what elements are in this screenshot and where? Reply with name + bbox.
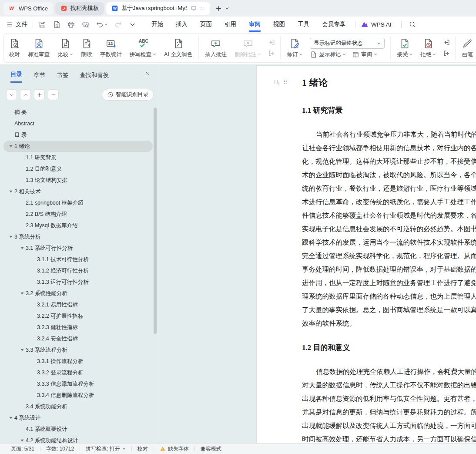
status-page-count[interactable]: 页面: 5/31 bbox=[5, 445, 40, 453]
ribbon-std-review-button[interactable]: 标准审查 bbox=[24, 38, 54, 58]
new-tab-button[interactable] bbox=[215, 5, 222, 12]
doc-text-line[interactable]: 了大量的事实依据。总之，图书商城管理系统是一款可以真正提升 bbox=[302, 303, 476, 316]
ribbon-compare-button[interactable]: 比较 bbox=[54, 38, 77, 58]
ribbon-reject-button[interactable]: 拒绝 bbox=[416, 38, 440, 58]
doc-text-line[interactable]: 术进行信息革命，改变传统的纸质化，需要人手工处理工作的方式 bbox=[302, 195, 476, 209]
doc-text-line[interactable]: 尤其是对信息的更新，归纳与统计更是耗财耗力的过程。所以信息 bbox=[302, 405, 476, 419]
toc-item[interactable]: 3.3.3 信息添加流程分析 bbox=[3, 378, 153, 390]
toc-item[interactable]: 目 录 bbox=[3, 129, 153, 141]
toc-item[interactable]: 1 绪论 bbox=[3, 141, 153, 152]
toc-item[interactable]: 3 系统分析 bbox=[3, 231, 153, 242]
doc-text-line[interactable]: 对大量的数据信息时，传统人工操作不仅不能对数据的出错率进行 bbox=[302, 378, 476, 392]
status-missing-font[interactable]: 缺失字体 bbox=[154, 445, 194, 453]
export-icon[interactable] bbox=[53, 20, 61, 29]
toc-item[interactable]: 4.1 系统概要设计 bbox=[3, 424, 153, 435]
toc-collapse-arrow-icon[interactable] bbox=[18, 291, 26, 296]
status-proofread[interactable]: 校对 bbox=[132, 445, 154, 453]
ribbon-brush-button[interactable]: 画笔 bbox=[458, 38, 476, 58]
toc-item[interactable]: 1.3 论文结构安排 bbox=[3, 175, 153, 186]
sidebar-tab-查找和替换[interactable]: 查找和替换 bbox=[80, 71, 109, 82]
doc-text-line[interactable]: 当前社会各行业领域竞争压力非常大，随着当前时代的信息 bbox=[302, 128, 476, 141]
doc-text-line[interactable]: 术的企业随时面临被淘汰，被取代的风险。所以当今，各个行业， bbox=[302, 168, 476, 182]
menu-tab-审阅[interactable]: 审阅 bbox=[249, 17, 261, 32]
toc-item[interactable]: 3.2.3 健壮性指标 bbox=[3, 322, 153, 333]
print-icon[interactable] bbox=[67, 20, 75, 29]
toc-item[interactable]: 3.2.2 可扩展性指标 bbox=[3, 310, 153, 322]
toc-collapse-arrow-icon[interactable] bbox=[7, 144, 14, 148]
toc-item[interactable]: 2.2 B/S 结构介绍 bbox=[3, 209, 153, 220]
tab-docer-templates[interactable]: 找稻壳模板 bbox=[55, 2, 104, 15]
doc-text-line[interactable]: 实现电子化是信息社会发展的不可逆转的必然趋势。本图书商城管 bbox=[302, 222, 476, 235]
doc-text-line[interactable]: 出现就能缓解以及改变传统人工方式面临的处境，一方面可以让信 bbox=[302, 419, 476, 432]
status-word-count[interactable]: 字数: 10712 bbox=[40, 445, 80, 453]
toc-collapse-arrow-icon[interactable] bbox=[18, 246, 26, 250]
doc-text-line[interactable]: 跟科学技术的发展，运用当今一流的软件技术实现软件系统的开发 bbox=[302, 235, 476, 249]
toolbar-more-icon[interactable] bbox=[128, 20, 137, 29]
wps-ai-button[interactable]: WPS AI bbox=[361, 20, 392, 28]
doc-heading-2[interactable]: 1.1 研究背景 bbox=[302, 105, 476, 116]
tab-list-chevron-icon[interactable] bbox=[225, 6, 229, 10]
doc-text-line[interactable]: 统的教育行业，餐饮行业，还是旅游行业，医疗行业等领域都借助 bbox=[302, 182, 476, 195]
toc-item[interactable]: 3.2 系统性能分析 bbox=[3, 288, 153, 299]
show-markup-button[interactable]: 显示标记 bbox=[310, 51, 346, 58]
menu-tab-工具[interactable]: 工具 bbox=[298, 17, 309, 32]
toc-collapse-arrow-icon[interactable] bbox=[7, 235, 14, 239]
doc-paragraph[interactable]: 信息数据的处理完全依赖人工进行操作，会耗费大量的人力资对大量的数据信息时，传统人… bbox=[302, 365, 476, 446]
sidebar-scrollbar-thumb[interactable] bbox=[154, 108, 157, 334]
toc-item[interactable]: 3.1.1 技术可行性分析 bbox=[3, 254, 153, 265]
collapse-level-button[interactable] bbox=[48, 89, 59, 100]
doc-text-line[interactable]: 事务处理的时间，降低数据处理的错误率，对于基础数据的管理水 bbox=[302, 262, 476, 276]
doc-text-line[interactable]: 进作用，也从一定程度上对随意的业务管理工作进行了避免。并且 bbox=[302, 276, 476, 289]
doc-text-line[interactable]: 信息数据的处理完全依赖人工进行操作，会耗费大量的人力资 bbox=[302, 365, 476, 378]
toc-item[interactable]: 3.2.1 易用性指标 bbox=[3, 299, 153, 310]
ribbon-revise-button[interactable]: 修订 bbox=[283, 38, 306, 58]
toc-item[interactable]: 3.3 系统流程分析 bbox=[3, 344, 153, 356]
ribbon-proofread-button[interactable]: 校对 bbox=[5, 38, 24, 58]
toc-item[interactable]: 4.2 系统功能结构设计 bbox=[3, 435, 153, 443]
menu-tab-会员专享[interactable]: 会员专享 bbox=[322, 17, 345, 32]
undo-icon[interactable] bbox=[96, 20, 108, 29]
status-compat-mode[interactable]: 兼容模式 bbox=[195, 445, 227, 453]
toc-item[interactable]: 1.1 研究背景 bbox=[3, 152, 153, 163]
tab-wps-office[interactable]: WWPS Office bbox=[3, 2, 53, 15]
file-menu[interactable]: 文件 bbox=[6, 20, 27, 28]
toc-item[interactable]: 2.3 Mysql 数据库介绍 bbox=[3, 220, 153, 231]
ribbon-insert-comment-button[interactable]: 插入批注 bbox=[201, 38, 231, 58]
toc-item[interactable]: 3.4 系统功能分析 bbox=[3, 401, 153, 412]
toc-item[interactable]: 3.1 系统可行性分析 bbox=[3, 242, 153, 254]
toc-item[interactable]: 3.3.1 操作流程分析 bbox=[3, 356, 153, 367]
doc-text-line[interactable]: 效率的软件系统。 bbox=[302, 316, 476, 330]
toc-item[interactable]: 3.3.4 信息删除流程分析 bbox=[3, 390, 153, 401]
doc-heading-1[interactable]: 1 绪论 bbox=[302, 76, 476, 89]
drag-handle-icon[interactable]: ⠿ bbox=[283, 79, 287, 85]
doc-text-line[interactable]: 化，规范化管理。这样的大环境让那些止步不前，不接受信息改革 bbox=[302, 155, 476, 168]
menu-tab-页面[interactable]: 页面 bbox=[200, 17, 212, 32]
doc-text-line[interactable]: 件信息技术能够覆盖社会各行业领域是时代的发展要求，各行业实 bbox=[302, 209, 476, 222]
toc-item[interactable]: 3.2.4 安全性指标 bbox=[3, 333, 153, 344]
sidebar-close-icon[interactable] bbox=[144, 70, 151, 77]
tab-document[interactable]: W基于Java+springboot+MyS bbox=[106, 2, 210, 15]
doc-paragraph[interactable]: 当前社会各行业领域竞争压力非常大，随着当前时代的信息让社会各行业领域都争相使用新… bbox=[302, 128, 476, 330]
toc-item[interactable]: 3.3.2 登录流程分析 bbox=[3, 367, 153, 378]
toc-item[interactable]: 3.1.2 经济可行性分析 bbox=[3, 265, 153, 276]
expand-all-button[interactable] bbox=[6, 89, 17, 100]
sidebar-tab-章节[interactable]: 章节 bbox=[34, 71, 45, 82]
sidebar-tab-书签[interactable]: 书签 bbox=[57, 71, 68, 82]
toc-collapse-arrow-icon[interactable] bbox=[18, 438, 26, 443]
toc-item[interactable]: 2.1 springboot 框架介绍 bbox=[3, 197, 153, 209]
menu-tab-插入[interactable]: 插入 bbox=[176, 17, 188, 32]
collapse-all-button[interactable] bbox=[20, 89, 31, 100]
doc-heading-2[interactable]: 1.2 目的和意义 bbox=[302, 342, 476, 353]
markup-state-select[interactable]: 显示标记的最终状态 bbox=[310, 38, 385, 49]
review-pane-button[interactable]: 审阅 bbox=[352, 51, 377, 58]
expand-level-button[interactable] bbox=[34, 89, 45, 100]
doc-text-line[interactable]: 出现各种信息资源的低利用率与低安全性问题。更有甚者， bbox=[302, 392, 476, 405]
ribbon-accept-button[interactable]: 接受 bbox=[393, 38, 416, 58]
toc-collapse-arrow-icon[interactable] bbox=[18, 348, 26, 352]
toc-item[interactable]: Abstract bbox=[3, 118, 153, 129]
toc-item[interactable]: 2 相关技术 bbox=[3, 186, 153, 197]
toc-collapse-arrow-icon[interactable] bbox=[7, 189, 14, 194]
doc-text-line[interactable]: 理系统的数据库里面存储的各种动态信息，也为上层管理人员作出 bbox=[302, 289, 476, 303]
smart-toc-button[interactable]: 智能识别目录 bbox=[102, 89, 154, 101]
save-icon[interactable] bbox=[38, 20, 47, 29]
